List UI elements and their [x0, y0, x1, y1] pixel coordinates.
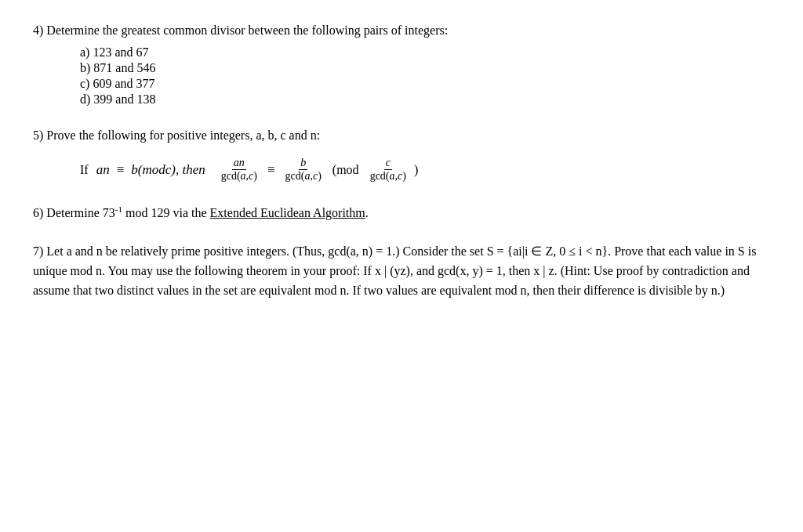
- problem-6-exponent: -1: [115, 204, 122, 214]
- fraction-1-numerator: an: [232, 157, 246, 170]
- list-item: b) 871 and 546: [80, 61, 770, 75]
- equiv-symbol: ≡: [117, 162, 125, 178]
- problem-5-title: 5) Prove the following for positive inte…: [33, 128, 770, 143]
- problem-7: 7) Let a and n be relatively prime posit…: [33, 242, 770, 300]
- problem-4-sublist: a) 123 and 67 b) 871 and 546 c) 609 and …: [80, 45, 770, 107]
- list-item: d) 399 and 138: [80, 92, 770, 107]
- problem-4: 4) Determine the greatest common divisor…: [33, 24, 770, 107]
- item-value-c: 609 and 377: [93, 77, 154, 90]
- problem-6-end: mod 129 via the Extended Euclidean Algor…: [122, 206, 369, 219]
- problem-5: 5) Prove the following for positive inte…: [33, 128, 770, 183]
- fraction-2-numerator: b: [299, 157, 307, 170]
- math-expression: If an ≡ b(modc), then an gcd(a,c) ≡ b gc…: [80, 157, 770, 183]
- problem-6-title: 6) Determine 73-1 mod 129 via the Extend…: [33, 204, 770, 220]
- problem-7-text: 7) Let a and n be relatively prime posit…: [33, 242, 770, 300]
- list-item: c) 609 and 377: [80, 77, 770, 91]
- problem-6-start: 6) Determine 73: [33, 206, 115, 219]
- item-label-d: d): [80, 92, 93, 106]
- item-value-a: 123 and 67: [93, 45, 148, 59]
- fraction-1: an gcd(a,c): [220, 157, 259, 183]
- content-area: 4) Determine the greatest common divisor…: [33, 24, 770, 301]
- item-value-b: 871 and 546: [93, 61, 155, 74]
- close-paren: ): [414, 163, 418, 177]
- problem-4-title: 4) Determine the greatest common divisor…: [33, 24, 770, 38]
- fraction-3: c gcd(a,c): [369, 157, 408, 183]
- fraction-2-denominator: gcd(a,c): [284, 170, 323, 183]
- problem-6: 6) Determine 73-1 mod 129 via the Extend…: [33, 204, 770, 220]
- fraction-3-numerator: c: [384, 157, 392, 170]
- if-text: If: [80, 163, 92, 177]
- math-bmodc: b(modc), then: [131, 162, 205, 178]
- math-an: an: [96, 162, 110, 178]
- item-label-c: c): [80, 77, 93, 90]
- fraction-2: b gcd(a,c): [284, 157, 323, 183]
- item-label-b: b): [80, 61, 93, 74]
- list-item: a) 123 and 67: [80, 45, 770, 60]
- item-value-d: 399 and 138: [93, 92, 155, 106]
- fraction-1-denominator: gcd(a,c): [220, 170, 259, 183]
- mod-text: (mod: [329, 163, 362, 177]
- item-label-a: a): [80, 45, 93, 59]
- equiv-symbol-2: ≡: [267, 162, 275, 178]
- fraction-3-denominator: gcd(a,c): [369, 170, 408, 183]
